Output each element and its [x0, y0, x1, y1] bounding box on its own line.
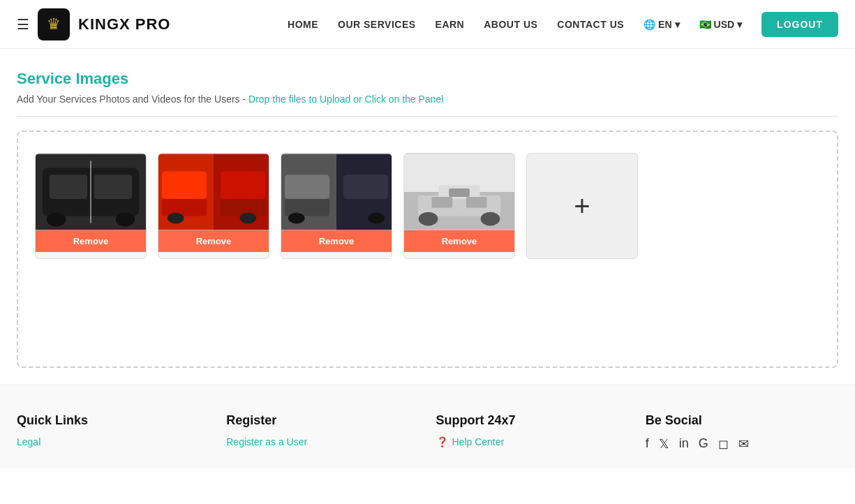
social-icons-row: f 𝕏 in G ◻ ✉: [646, 436, 838, 452]
logout-button[interactable]: LOGOUT: [761, 12, 838, 37]
header-left: ☰ ♛ KINGX PRO: [17, 8, 170, 40]
header: ☰ ♛ KINGX PRO HOME OUR SERVICES EARN ABO…: [0, 0, 855, 49]
page-title: Service Images: [17, 70, 838, 88]
add-image-button[interactable]: +: [526, 153, 638, 259]
car-image-3: [281, 154, 392, 230]
image-card-2: Remove: [158, 153, 269, 259]
upload-area[interactable]: Remove Remove: [17, 131, 838, 368]
nav-earn[interactable]: EARN: [436, 19, 465, 30]
footer-grid: Quick Links Legal Register Register as a…: [17, 413, 838, 452]
svg-rect-11: [162, 199, 207, 216]
twitter-icon[interactable]: 𝕏: [659, 436, 669, 452]
svg-point-13: [168, 213, 184, 224]
currency-selector[interactable]: 🇧🇷 USD ▾: [699, 19, 743, 30]
linkedin-icon[interactable]: in: [679, 436, 689, 452]
help-icon: ❓: [436, 436, 448, 447]
help-center-label: Help Center: [452, 436, 505, 447]
remove-button-3[interactable]: Remove: [281, 230, 392, 252]
image-thumb-1: [36, 154, 146, 230]
svg-rect-28: [466, 197, 487, 208]
svg-rect-12: [221, 199, 265, 216]
email-icon[interactable]: ✉: [738, 436, 749, 452]
currency-label: USD: [714, 19, 735, 30]
subtitle-teal: Drop the files to Upload or Click on the…: [248, 94, 443, 105]
image-card-3: Remove: [281, 153, 392, 259]
svg-rect-31: [449, 188, 470, 197]
image-thumb-2: [158, 154, 269, 230]
logo-icon: ♛: [47, 15, 61, 34]
svg-point-5: [116, 213, 135, 227]
footer: Quick Links Legal Register Register as a…: [0, 385, 855, 468]
google-icon[interactable]: G: [699, 436, 708, 452]
language-selector[interactable]: 🌐 EN ▾: [644, 19, 679, 30]
remove-button-1[interactable]: Remove: [36, 230, 146, 252]
nav-home[interactable]: HOME: [288, 19, 318, 30]
svg-point-4: [47, 213, 66, 227]
currency-chevron-icon: ▾: [737, 19, 742, 30]
footer-quicklinks: Quick Links Legal: [17, 413, 209, 452]
flag-icon: 🇧🇷: [699, 19, 711, 30]
instagram-icon[interactable]: ◻: [718, 436, 729, 452]
svg-rect-19: [285, 199, 329, 216]
remove-button-2[interactable]: Remove: [158, 230, 269, 252]
quicklinks-title: Quick Links: [17, 413, 209, 428]
plus-icon: +: [574, 191, 590, 222]
svg-rect-10: [221, 171, 265, 199]
car-image-1: [36, 154, 146, 230]
image-thumb-3: [281, 154, 392, 230]
images-grid: Remove Remove: [35, 153, 820, 259]
nav-services[interactable]: OUR SERVICES: [338, 19, 416, 30]
hamburger-icon[interactable]: ☰: [17, 16, 29, 33]
image-card-4: Remove: [403, 153, 515, 259]
image-thumb-4: [404, 154, 514, 230]
car-image-2: [158, 154, 269, 230]
svg-rect-18: [343, 175, 388, 199]
main-nav: HOME OUR SERVICES EARN ABOUT US CONTACT …: [288, 12, 838, 37]
svg-rect-9: [162, 171, 207, 199]
help-center-link[interactable]: ❓ Help Center: [436, 436, 629, 447]
facebook-icon[interactable]: f: [646, 436, 649, 452]
svg-rect-20: [343, 199, 388, 216]
remove-button-4[interactable]: Remove: [404, 230, 514, 252]
footer-social: Be Social f 𝕏 in G ◻ ✉: [646, 413, 838, 452]
image-card-1: Remove: [35, 153, 147, 259]
support-title: Support 24x7: [436, 413, 629, 428]
footer-support: Support 24x7 ❓ Help Center: [436, 413, 629, 452]
register-title: Register: [226, 413, 419, 428]
nav-contact[interactable]: CONTACT US: [557, 19, 624, 30]
svg-point-14: [240, 213, 257, 224]
section-divider: [17, 116, 838, 117]
logo-box: ♛: [38, 8, 70, 40]
svg-rect-2: [50, 175, 87, 199]
svg-point-21: [288, 213, 305, 224]
svg-rect-27: [432, 197, 453, 208]
globe-icon: 🌐: [644, 19, 655, 30]
lang-label: EN: [658, 19, 671, 30]
svg-point-30: [481, 212, 500, 226]
main-content: Service Images Add Your Services Photos …: [0, 49, 855, 368]
nav-about[interactable]: ABOUT US: [484, 19, 537, 30]
page-subtitle: Add Your Services Photos and Videos for …: [17, 94, 838, 105]
brand-name: KINGX PRO: [78, 15, 170, 34]
register-user-link[interactable]: Register as a User: [226, 436, 419, 447]
svg-point-22: [368, 213, 385, 224]
svg-point-29: [419, 212, 438, 226]
car-image-4: [404, 154, 514, 230]
svg-rect-17: [285, 175, 329, 199]
quicklinks-legal[interactable]: Legal: [17, 436, 209, 447]
lang-chevron-icon: ▾: [675, 19, 680, 30]
footer-register: Register Register as a User: [226, 413, 419, 452]
social-title: Be Social: [646, 413, 838, 428]
svg-rect-3: [94, 175, 132, 199]
